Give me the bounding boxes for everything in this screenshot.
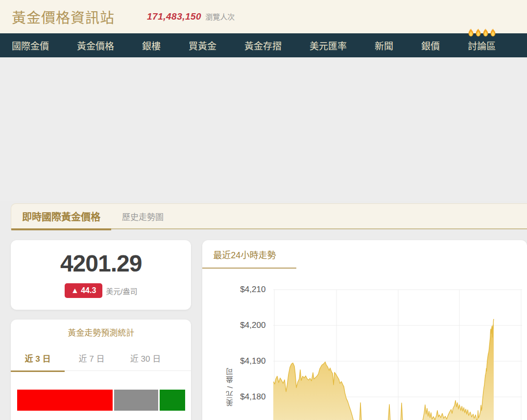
prediction-card-title: 黃金走勢預測統計 bbox=[11, 320, 191, 338]
price-tabbar: 即時國際黃金價格 歷史走勢圖 bbox=[11, 203, 527, 229]
y-axis-tick: $4,190 bbox=[202, 356, 265, 366]
tab-realtime-gold-price[interactable]: 即時國際黃金價格 bbox=[11, 204, 111, 228]
chart-card: 最近24小時走勢 $4,210$4,200$4,190$4,180 美元 / 盎… bbox=[202, 240, 527, 420]
view-stats: 171,483,150 瀏覽人次 bbox=[147, 11, 235, 22]
nav-item-international-gold[interactable]: 國際金價 bbox=[12, 39, 49, 52]
price-unit-label: 美元/盎司 bbox=[106, 286, 137, 296]
prediction-bar bbox=[17, 390, 185, 411]
left-column: 4201.29 ▲ 44.3 美元/盎司 黃金走勢預測統計 近 3 日 近 7 … bbox=[11, 240, 191, 420]
spot-price-card: 4201.29 ▲ 44.3 美元/盎司 bbox=[11, 240, 191, 310]
fire-icon bbox=[482, 27, 489, 38]
view-count: 171,483,150 bbox=[147, 11, 201, 22]
nav-item-usd-rate[interactable]: 美元匯率 bbox=[310, 39, 347, 52]
ad-placeholder bbox=[0, 57, 527, 201]
tabbar-wrap: 即時國際黃金價格 歷史走勢圖 bbox=[0, 203, 527, 229]
fire-icon bbox=[468, 27, 474, 38]
price-change-badge: ▲ 44.3 bbox=[65, 283, 102, 297]
nav-item-buy-gold[interactable]: 買黃金 bbox=[189, 39, 216, 52]
prediction-bar-segment-green bbox=[160, 390, 186, 411]
prediction-tab-7d[interactable]: 近 7 日 bbox=[65, 345, 119, 371]
prediction-bar-segment-red bbox=[17, 390, 113, 411]
price-chart-plot[interactable] bbox=[273, 274, 522, 420]
tab-history-chart[interactable]: 歷史走勢圖 bbox=[111, 204, 174, 228]
fire-icon bbox=[475, 27, 481, 38]
spot-price-value: 4201.29 bbox=[60, 252, 142, 275]
fire-icons bbox=[468, 27, 496, 38]
prediction-bar-segment-gray bbox=[114, 390, 158, 411]
prediction-tab-3d[interactable]: 近 3 日 bbox=[11, 345, 65, 371]
y-axis-tick: $4,200 bbox=[202, 321, 265, 330]
chart-title-underline bbox=[202, 268, 296, 269]
nav-item-silver-shop[interactable]: 銀樓 bbox=[142, 39, 161, 52]
nav-item-forum[interactable]: 討論區 bbox=[468, 39, 496, 52]
nav-item-forum-label: 討論區 bbox=[468, 41, 496, 51]
fire-icon bbox=[490, 27, 496, 38]
nav-item-gold-passbook[interactable]: 黃金存摺 bbox=[244, 39, 282, 52]
nav-item-news[interactable]: 新聞 bbox=[375, 39, 393, 52]
view-count-label: 瀏覽人次 bbox=[205, 11, 235, 22]
price-change-row: ▲ 44.3 美元/盎司 bbox=[65, 283, 138, 297]
y-axis-tick: $4,210 bbox=[202, 285, 265, 295]
main-content: 4201.29 ▲ 44.3 美元/盎司 黃金走勢預測統計 近 3 日 近 7 … bbox=[0, 229, 527, 420]
chart-title: 最近24小時走勢 bbox=[202, 240, 527, 261]
site-header: 黃金價格資訊站 171,483,150 瀏覽人次 bbox=[0, 0, 527, 33]
prediction-card: 黃金走勢預測統計 近 3 日 近 7 日 近 30 日 bbox=[11, 320, 191, 420]
nav-item-silver-price[interactable]: 銀價 bbox=[421, 39, 440, 52]
main-nav: 國際金價 黃金價格 銀樓 買黃金 黃金存摺 美元匯率 新聞 銀價 討論區 bbox=[0, 33, 527, 57]
nav-item-gold-price[interactable]: 黃金價格 bbox=[77, 39, 114, 52]
site-title: 黃金價格資訊站 bbox=[12, 6, 115, 27]
prediction-tabs: 近 3 日 近 7 日 近 30 日 bbox=[11, 345, 191, 371]
prediction-tab-30d[interactable]: 近 30 日 bbox=[119, 345, 172, 371]
y-axis-label: 美元 / 盎司 bbox=[225, 368, 235, 407]
